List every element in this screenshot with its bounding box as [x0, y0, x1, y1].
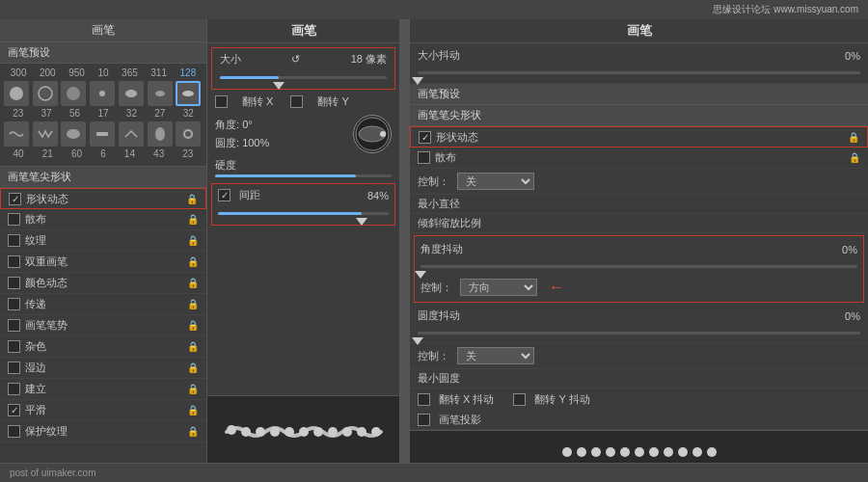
svg-point-35 — [707, 447, 717, 457]
checkbox-scatter[interactable] — [8, 213, 20, 226]
control-select[interactable]: 关 钢笔压力 方向 — [457, 173, 534, 190]
brush-thumbs-row1 — [4, 81, 203, 106]
menu-item-label: 画笔笔势 — [25, 318, 68, 333]
right-menu-item-shape[interactable]: 形状动态 🔒 — [410, 126, 868, 147]
menu-item-dual-brush[interactable]: 双重画笔 🔒 — [0, 252, 206, 273]
right-menu-items: 形状动态 🔒 散布 🔒 — [410, 126, 868, 169]
right-menu-label: 形状动态 — [436, 130, 478, 145]
left-brush-tip-header[interactable]: 画笔笔尖形状 — [0, 167, 206, 188]
angle-label: 角度: 0° — [215, 118, 343, 132]
right-menu-item-scatter[interactable]: 散布 🔒 — [410, 147, 868, 169]
brush-thumb[interactable] — [33, 121, 58, 147]
checkbox-brush-projection[interactable] — [418, 414, 430, 426]
svg-point-23 — [357, 427, 366, 437]
svg-point-21 — [328, 427, 338, 437]
control-select-2[interactable]: 关 方向 — [457, 347, 534, 364]
checkbox-flip-x[interactable] — [215, 95, 228, 108]
checkbox-spacing[interactable] — [218, 189, 231, 201]
left-presets-header[interactable]: 画笔预设 — [0, 42, 206, 64]
size-refresh[interactable]: ↺ — [291, 53, 300, 66]
right-presets-header[interactable]: 画笔预设 — [410, 84, 868, 105]
control-label-angle: 控制： — [420, 281, 452, 295]
checkbox-flip-y-jitter[interactable] — [513, 393, 526, 406]
size-section: 大小 ↺ 18 像素 — [211, 47, 395, 90]
brush-thumb[interactable] — [4, 81, 29, 106]
checkbox-wet[interactable] — [8, 362, 20, 374]
brush-preview-svg — [217, 411, 391, 449]
svg-point-9 — [155, 127, 165, 141]
flip-y-jitter-item[interactable]: 翻转 Y 抖动 — [513, 392, 589, 407]
right-checkbox-scatter[interactable] — [418, 151, 430, 164]
angle-jitter-section: 角度抖动 0% 控制： 方向 关 钢笔压力 ← — [414, 235, 864, 303]
svg-point-2 — [67, 87, 80, 100]
brush-thumb[interactable] — [90, 81, 115, 106]
spacing-value: 84% — [367, 190, 389, 201]
menu-item-scatter[interactable]: 散布 🔒 — [0, 209, 206, 230]
menu-item-build-up[interactable]: 建立 🔒 — [0, 379, 206, 400]
size-jitter-slider[interactable] — [418, 65, 860, 80]
lock-icon: 🔒 — [187, 278, 199, 289]
min-roundness-section: 最小圆度 — [410, 369, 868, 388]
menu-item-protect-texture[interactable]: 保护纹理 🔒 — [0, 421, 206, 442]
checkbox-smooth[interactable] — [8, 404, 20, 416]
menu-item-label: 双重画笔 — [25, 254, 68, 269]
brush-thumb[interactable] — [61, 81, 86, 106]
angle-control-select[interactable]: 方向 关 钢笔压力 — [460, 279, 537, 296]
flip-x-jitter-item[interactable]: 翻转 X 抖动 — [418, 392, 494, 407]
spacing-slider[interactable] — [218, 205, 389, 221]
checkbox-flip-y[interactable] — [290, 95, 303, 108]
menu-item-shape-dynamics[interactable]: 形状动态 🔒 — [0, 188, 206, 209]
size-value: 18 像素 — [351, 52, 387, 67]
roundness-label: 圆度: 100% — [215, 136, 343, 150]
brush-thumb[interactable] — [33, 81, 58, 106]
brush-thumb[interactable] — [61, 121, 86, 147]
menu-item-smooth[interactable]: 平滑 🔒 — [0, 400, 206, 421]
size-slider[interactable] — [220, 69, 387, 85]
brush-thumb[interactable] — [176, 121, 201, 147]
brush-thumb[interactable] — [148, 121, 173, 147]
brush-projection-item[interactable]: 画笔投影 — [418, 413, 860, 427]
menu-item-wet-edges[interactable]: 湿边 🔒 — [0, 358, 206, 379]
checkbox-flip-x-jitter[interactable] — [418, 393, 430, 406]
menu-item-brush-pose[interactable]: 画笔笔势 🔒 — [0, 315, 206, 336]
brush-thumb[interactable] — [119, 81, 144, 106]
flip-y-jitter-label: 翻转 Y 抖动 — [534, 392, 589, 407]
checkbox-dual[interactable] — [8, 255, 20, 268]
svg-point-31 — [649, 447, 659, 457]
menu-item-transfer[interactable]: 传递 🔒 — [0, 294, 206, 315]
brush-thumb[interactable] — [4, 121, 29, 147]
svg-point-18 — [285, 427, 294, 437]
svg-point-34 — [692, 447, 702, 457]
right-brush-tip-header[interactable]: 画笔笔尖形状 — [410, 105, 868, 126]
roundness-jitter-slider[interactable] — [418, 325, 860, 340]
svg-point-25 — [562, 447, 572, 457]
min-diameter-label: 最小直径 — [418, 198, 460, 209]
left-menu-items: 形状动态 🔒 散布 🔒 纹理 🔒 双重画笔 🔒 — [0, 188, 206, 463]
brush-thumb[interactable] — [119, 121, 144, 147]
menu-item-noise[interactable]: 杂色 🔒 — [0, 336, 206, 358]
menu-item-texture[interactable]: 纹理 🔒 — [0, 230, 206, 252]
angle-jitter-slider[interactable] — [420, 258, 857, 274]
checkbox-transfer[interactable] — [8, 298, 20, 310]
angle-jitter-value: 0% — [842, 244, 857, 255]
brush-presets-area: 30020095010365311128 — [0, 64, 206, 167]
checkbox-color[interactable] — [8, 277, 20, 289]
checkbox-buildup[interactable] — [8, 383, 20, 395]
right-checkbox-shape[interactable] — [419, 131, 431, 144]
left-brush-preview — [207, 395, 399, 463]
brush-thumb-active[interactable] — [176, 81, 201, 106]
angle-circle[interactable] — [353, 115, 392, 153]
svg-point-10 — [184, 130, 192, 138]
panel-divider — [400, 19, 410, 463]
checkbox-noise[interactable] — [8, 340, 20, 353]
menu-item-color-dynamics[interactable]: 颜色动态 🔒 — [0, 273, 206, 294]
hardness-slider-container[interactable] — [207, 174, 399, 181]
checkbox-shape-dynamics[interactable] — [9, 193, 21, 205]
right-brush-preview-svg — [553, 431, 726, 463]
checkbox-pose[interactable] — [8, 319, 20, 332]
right-lock-icon: 🔒 — [848, 131, 859, 143]
checkbox-protect[interactable] — [8, 425, 20, 438]
checkbox-texture[interactable] — [8, 234, 20, 247]
brush-thumb[interactable] — [90, 121, 115, 147]
brush-thumb[interactable] — [148, 81, 173, 106]
